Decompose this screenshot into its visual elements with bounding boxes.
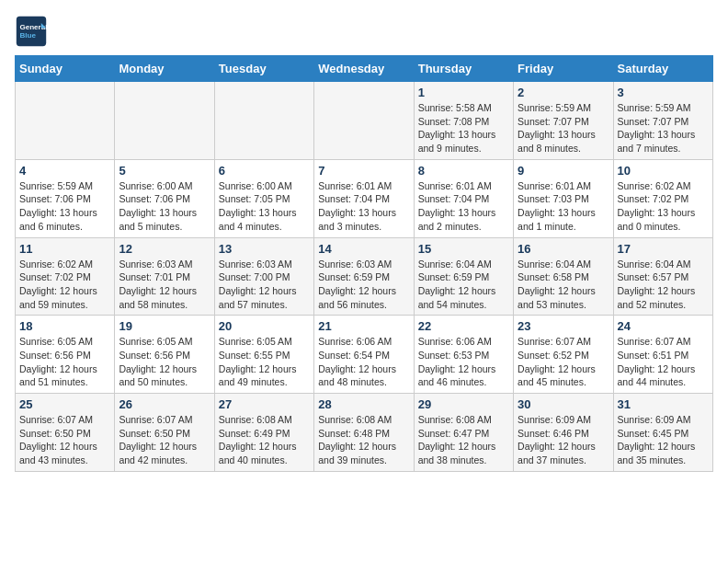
calendar-cell: 25Sunrise: 6:07 AM Sunset: 6:50 PM Dayli…	[16, 394, 115, 472]
day-number: 14	[318, 242, 409, 256]
day-number: 6	[219, 164, 310, 178]
day-number: 26	[119, 397, 210, 411]
day-detail: Sunrise: 6:05 AM Sunset: 6:56 PM Dayligh…	[119, 335, 210, 389]
day-number: 21	[318, 319, 409, 333]
calendar-cell: 26Sunrise: 6:07 AM Sunset: 6:50 PM Dayli…	[115, 394, 214, 472]
day-detail: Sunrise: 6:01 AM Sunset: 7:04 PM Dayligh…	[318, 179, 409, 234]
calendar-table: SundayMondayTuesdayWednesdayThursdayFrid…	[15, 55, 713, 472]
calendar-cell	[16, 82, 115, 160]
day-number: 24	[618, 319, 709, 333]
day-header-saturday: Saturday	[613, 56, 712, 82]
calendar-cell	[214, 82, 313, 160]
day-number: 17	[618, 242, 709, 256]
day-detail: Sunrise: 5:58 AM Sunset: 7:08 PM Dayligh…	[418, 101, 509, 155]
day-detail: Sunrise: 6:00 AM Sunset: 7:05 PM Dayligh…	[219, 179, 310, 234]
calendar-cell: 31Sunrise: 6:09 AM Sunset: 6:45 PM Dayli…	[613, 394, 712, 472]
day-detail: Sunrise: 6:06 AM Sunset: 6:54 PM Dayligh…	[318, 335, 409, 389]
day-detail: Sunrise: 6:07 AM Sunset: 6:50 PM Dayligh…	[19, 413, 110, 467]
calendar-cell: 1Sunrise: 5:58 AM Sunset: 7:08 PM Daylig…	[414, 82, 513, 160]
day-number: 11	[19, 242, 110, 256]
calendar-cell	[314, 82, 414, 160]
day-number: 29	[418, 397, 509, 411]
day-number: 23	[518, 319, 609, 333]
page-header: General Blue	[15, 15, 713, 48]
day-detail: Sunrise: 6:07 AM Sunset: 6:50 PM Dayligh…	[119, 413, 210, 467]
calendar-cell	[115, 82, 214, 160]
day-detail: Sunrise: 6:08 AM Sunset: 6:47 PM Dayligh…	[418, 413, 509, 467]
day-number: 2	[518, 86, 609, 99]
day-number: 3	[618, 86, 709, 99]
calendar-cell: 15Sunrise: 6:04 AM Sunset: 6:59 PM Dayli…	[414, 237, 513, 316]
day-number: 19	[119, 319, 210, 333]
day-header-wednesday: Wednesday	[314, 56, 414, 82]
day-detail: Sunrise: 5:59 AM Sunset: 7:07 PM Dayligh…	[618, 101, 709, 155]
days-header-row: SundayMondayTuesdayWednesdayThursdayFrid…	[16, 56, 713, 82]
day-detail: Sunrise: 6:04 AM Sunset: 6:59 PM Dayligh…	[418, 258, 509, 312]
day-header-sunday: Sunday	[16, 56, 115, 82]
day-detail: Sunrise: 6:00 AM Sunset: 7:06 PM Dayligh…	[119, 179, 210, 234]
day-number: 18	[19, 319, 110, 333]
calendar-cell: 29Sunrise: 6:08 AM Sunset: 6:47 PM Dayli…	[414, 394, 513, 472]
day-detail: Sunrise: 6:01 AM Sunset: 7:04 PM Dayligh…	[418, 179, 509, 234]
logo: General Blue	[15, 15, 48, 48]
day-number: 1	[418, 86, 509, 99]
day-detail: Sunrise: 5:59 AM Sunset: 7:06 PM Dayligh…	[19, 179, 110, 234]
day-detail: Sunrise: 6:02 AM Sunset: 7:02 PM Dayligh…	[618, 179, 709, 234]
day-header-tuesday: Tuesday	[214, 56, 313, 82]
day-detail: Sunrise: 6:04 AM Sunset: 6:57 PM Dayligh…	[618, 258, 709, 312]
calendar-cell: 13Sunrise: 6:03 AM Sunset: 7:00 PM Dayli…	[214, 237, 313, 316]
day-detail: Sunrise: 6:09 AM Sunset: 6:45 PM Dayligh…	[618, 413, 709, 467]
day-detail: Sunrise: 6:07 AM Sunset: 6:52 PM Dayligh…	[518, 335, 609, 389]
svg-text:Blue: Blue	[19, 31, 36, 40]
day-detail: Sunrise: 6:02 AM Sunset: 7:02 PM Dayligh…	[19, 258, 110, 312]
week-row-5: 25Sunrise: 6:07 AM Sunset: 6:50 PM Dayli…	[16, 394, 713, 472]
calendar-cell: 19Sunrise: 6:05 AM Sunset: 6:56 PM Dayli…	[115, 316, 214, 394]
calendar-cell: 24Sunrise: 6:07 AM Sunset: 6:51 PM Dayli…	[613, 316, 712, 394]
day-number: 16	[518, 242, 609, 256]
day-detail: Sunrise: 6:03 AM Sunset: 6:59 PM Dayligh…	[318, 258, 409, 312]
day-detail: Sunrise: 6:01 AM Sunset: 7:03 PM Dayligh…	[518, 179, 609, 234]
day-detail: Sunrise: 6:05 AM Sunset: 6:55 PM Dayligh…	[219, 335, 310, 389]
day-number: 5	[119, 164, 210, 178]
week-row-3: 11Sunrise: 6:02 AM Sunset: 7:02 PM Dayli…	[16, 237, 713, 316]
day-number: 8	[418, 164, 509, 178]
calendar-cell: 20Sunrise: 6:05 AM Sunset: 6:55 PM Dayli…	[214, 316, 313, 394]
week-row-1: 1Sunrise: 5:58 AM Sunset: 7:08 PM Daylig…	[16, 82, 713, 160]
day-number: 13	[219, 242, 310, 256]
calendar-cell: 12Sunrise: 6:03 AM Sunset: 7:01 PM Dayli…	[115, 237, 214, 316]
week-row-2: 4Sunrise: 5:59 AM Sunset: 7:06 PM Daylig…	[16, 159, 713, 237]
day-number: 25	[19, 397, 110, 411]
day-detail: Sunrise: 6:05 AM Sunset: 6:56 PM Dayligh…	[19, 335, 110, 389]
calendar-cell: 8Sunrise: 6:01 AM Sunset: 7:04 PM Daylig…	[414, 159, 513, 237]
day-detail: Sunrise: 5:59 AM Sunset: 7:07 PM Dayligh…	[518, 101, 609, 155]
calendar-cell: 4Sunrise: 5:59 AM Sunset: 7:06 PM Daylig…	[16, 159, 115, 237]
calendar-cell: 30Sunrise: 6:09 AM Sunset: 6:46 PM Dayli…	[514, 394, 613, 472]
calendar-cell: 23Sunrise: 6:07 AM Sunset: 6:52 PM Dayli…	[514, 316, 613, 394]
calendar-cell: 14Sunrise: 6:03 AM Sunset: 6:59 PM Dayli…	[314, 237, 414, 316]
day-number: 20	[219, 319, 310, 333]
day-header-monday: Monday	[115, 56, 214, 82]
day-number: 31	[618, 397, 709, 411]
day-detail: Sunrise: 6:06 AM Sunset: 6:53 PM Dayligh…	[418, 335, 509, 389]
day-detail: Sunrise: 6:04 AM Sunset: 6:58 PM Dayligh…	[518, 258, 609, 312]
calendar-cell: 2Sunrise: 5:59 AM Sunset: 7:07 PM Daylig…	[514, 82, 613, 160]
day-number: 28	[318, 397, 409, 411]
calendar-cell: 11Sunrise: 6:02 AM Sunset: 7:02 PM Dayli…	[16, 237, 115, 316]
day-header-thursday: Thursday	[414, 56, 513, 82]
calendar-cell: 7Sunrise: 6:01 AM Sunset: 7:04 PM Daylig…	[314, 159, 414, 237]
calendar-cell: 9Sunrise: 6:01 AM Sunset: 7:03 PM Daylig…	[514, 159, 613, 237]
calendar-cell: 21Sunrise: 6:06 AM Sunset: 6:54 PM Dayli…	[314, 316, 414, 394]
day-detail: Sunrise: 6:03 AM Sunset: 7:00 PM Dayligh…	[219, 258, 310, 312]
day-number: 7	[318, 164, 409, 178]
calendar-cell: 18Sunrise: 6:05 AM Sunset: 6:56 PM Dayli…	[16, 316, 115, 394]
day-detail: Sunrise: 6:09 AM Sunset: 6:46 PM Dayligh…	[518, 413, 609, 467]
calendar-cell: 3Sunrise: 5:59 AM Sunset: 7:07 PM Daylig…	[613, 82, 712, 160]
calendar-cell: 10Sunrise: 6:02 AM Sunset: 7:02 PM Dayli…	[613, 159, 712, 237]
day-detail: Sunrise: 6:07 AM Sunset: 6:51 PM Dayligh…	[618, 335, 709, 389]
week-row-4: 18Sunrise: 6:05 AM Sunset: 6:56 PM Dayli…	[16, 316, 713, 394]
day-detail: Sunrise: 6:08 AM Sunset: 6:49 PM Dayligh…	[219, 413, 310, 467]
calendar-cell: 6Sunrise: 6:00 AM Sunset: 7:05 PM Daylig…	[214, 159, 313, 237]
calendar-cell: 5Sunrise: 6:00 AM Sunset: 7:06 PM Daylig…	[115, 159, 214, 237]
day-number: 15	[418, 242, 509, 256]
day-number: 30	[518, 397, 609, 411]
